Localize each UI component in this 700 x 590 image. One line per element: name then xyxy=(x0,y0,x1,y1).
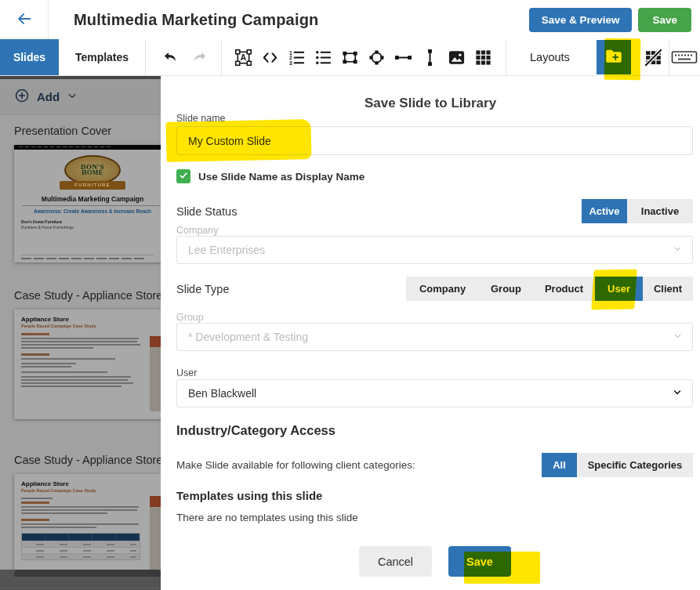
horizontal-line-tool[interactable] xyxy=(390,42,416,73)
chevron-down-icon xyxy=(673,244,683,256)
templates-empty-text: There are no templates using this slide xyxy=(176,512,358,523)
bullet-list-tool[interactable] xyxy=(310,42,336,73)
save-slide-modal: Save Slide to Library Slide name Use Sli… xyxy=(161,76,700,590)
text-box-tool[interactable]: A xyxy=(230,42,256,73)
text-box-icon: A xyxy=(234,49,252,67)
back-button[interactable] xyxy=(0,0,49,39)
slide-type-row: Slide Type Company Group Product User Cl… xyxy=(176,277,693,301)
save-and-preview-button[interactable]: Save & Preview xyxy=(529,8,633,32)
cover-industry: Furniture & Home Furnishings xyxy=(21,225,161,230)
logo-home: HOME xyxy=(82,170,103,176)
scrollbar-thumb[interactable] xyxy=(14,570,161,577)
header-save-button[interactable]: Save xyxy=(638,8,691,32)
slide-thumbnail-case-2[interactable]: Appliance Store People Based Campaign Ca… xyxy=(14,474,161,584)
vertical-line-icon xyxy=(421,49,439,67)
svg-text:A: A xyxy=(240,53,245,62)
display-name-checkbox-label: Use Slide Name as Display Name xyxy=(198,171,365,183)
tab-templates[interactable]: Templates xyxy=(59,39,145,75)
client-categories-label: Make Slide available for following clien… xyxy=(176,459,415,471)
type-client-button[interactable]: Client xyxy=(643,277,693,301)
company-label: Company xyxy=(176,225,219,236)
status-active-button[interactable]: Active xyxy=(582,199,627,223)
rectangle-shape-tool[interactable] xyxy=(336,42,363,73)
slide-list-item[interactable]: Case Study - Appliance Store ( Appliance… xyxy=(14,454,161,584)
add-slide-button[interactable]: Add xyxy=(0,79,161,115)
remove-grid-tool[interactable] xyxy=(640,42,667,73)
categories-all-button[interactable]: All xyxy=(542,453,577,477)
code-icon xyxy=(261,49,279,67)
plus-circle-icon xyxy=(14,88,30,107)
vertical-line-tool[interactable] xyxy=(416,42,443,73)
sidebar-bottom-scrollbar[interactable] xyxy=(0,570,161,590)
slide-list-item[interactable]: Case Study - Appliance Store ( Appliance… xyxy=(14,289,161,419)
user-label: User xyxy=(176,367,197,378)
cover-fine-rule xyxy=(21,255,154,255)
image-icon xyxy=(448,49,466,67)
slide-type-toggle: Company Group Product User Client xyxy=(406,277,693,301)
display-name-checkbox-row[interactable]: Use Slide Name as Display Name xyxy=(176,169,365,183)
layouts-button[interactable]: Layouts xyxy=(506,39,593,75)
slide-label: Case Study - Appliance Store ( xyxy=(14,454,161,466)
case-body: Appliance Store People Based Campaign Ca… xyxy=(14,309,161,419)
app-window: Multimedia Marketing Campaign Save & Pre… xyxy=(0,0,700,590)
user-select-value: Ben Blackwell xyxy=(188,387,256,400)
cover-title: Multimedia Marketing Campaign xyxy=(14,195,161,203)
page-title: Multimedia Marketing Campaign xyxy=(74,11,319,29)
type-product-button[interactable]: Product xyxy=(533,277,595,301)
case-subtitle: People Based Campaign Case Study xyxy=(21,488,161,493)
ellipse-shape-tool[interactable] xyxy=(363,42,390,73)
redo-icon xyxy=(189,48,208,67)
toolbar-divider xyxy=(145,39,146,75)
sidebar-scroll-strip xyxy=(0,76,161,79)
status-inactive-button[interactable]: Inactive xyxy=(627,199,693,223)
slide-name-input[interactable] xyxy=(176,126,693,155)
company-select-value: Lee Enterprises xyxy=(188,244,265,256)
case-title: Appliance Store xyxy=(21,316,161,323)
keyboard-shortcuts-button[interactable] xyxy=(673,42,696,73)
industry-access-heading: Industry/Category Access xyxy=(176,423,335,438)
type-company-button[interactable]: Company xyxy=(406,277,479,301)
svg-text:3: 3 xyxy=(288,60,292,66)
templates-heading: Templates using this slide xyxy=(176,489,322,502)
toolbar-divider xyxy=(669,39,669,75)
modal-save-button[interactable]: Save xyxy=(448,546,511,577)
cover-rule xyxy=(22,205,161,206)
company-select[interactable]: Lee Enterprises xyxy=(176,236,693,264)
ellipse-shape-icon xyxy=(368,49,386,67)
slide-name-label: Slide name xyxy=(176,113,226,124)
undo-button[interactable] xyxy=(158,42,185,73)
group-label: Group xyxy=(176,312,204,323)
type-user-button[interactable]: User xyxy=(595,277,643,301)
chevron-down-icon xyxy=(672,387,683,400)
checkbox-checked[interactable] xyxy=(176,169,190,183)
header-bar: Multimedia Marketing Campaign Save & Pre… xyxy=(0,0,700,39)
slide-label: Presentation Cover xyxy=(14,125,161,137)
slides-sidebar: Add Presentation Cover DON'S HOME FURNIT… xyxy=(0,76,161,590)
slide-status-row: Slide Status Active Inactive xyxy=(176,199,693,223)
redo-button[interactable] xyxy=(185,42,212,73)
rectangle-shape-icon xyxy=(341,49,359,67)
slide-thumbnail-cover[interactable]: DON'S HOME FURNITURE Multimedia Marketin… xyxy=(14,145,161,262)
bullet-list-icon xyxy=(314,49,332,67)
user-select[interactable]: Ben Blackwell xyxy=(176,379,693,407)
ordered-list-tool[interactable]: 123 xyxy=(283,42,310,73)
case-photo xyxy=(150,496,161,577)
categories-specific-button[interactable]: Specific Categories xyxy=(577,453,693,477)
tab-slides[interactable]: Slides xyxy=(0,39,59,75)
keyboard-icon xyxy=(671,48,698,67)
slide-label: Case Study - Appliance Store ( xyxy=(14,289,161,302)
editor-toolbar: Slides Templates A 123 xyxy=(0,39,700,76)
slide-thumbnail-case-1[interactable]: Appliance Store People Based Campaign Ca… xyxy=(14,309,161,419)
save-slide-to-library-button[interactable] xyxy=(597,40,631,74)
image-tool[interactable] xyxy=(443,42,470,73)
type-group-button[interactable]: Group xyxy=(479,277,533,301)
group-select[interactable]: * Development & Testing xyxy=(176,323,693,351)
grid-tool[interactable] xyxy=(470,42,496,73)
table-slash-icon xyxy=(644,48,663,67)
folder-plus-icon xyxy=(604,46,624,69)
cancel-button[interactable]: Cancel xyxy=(359,546,432,577)
slide-list-item[interactable]: Presentation Cover DON'S HOME FURNITURE … xyxy=(14,125,161,262)
chevron-down-icon xyxy=(673,331,683,343)
code-tool[interactable] xyxy=(256,42,283,73)
case-table xyxy=(21,533,140,560)
